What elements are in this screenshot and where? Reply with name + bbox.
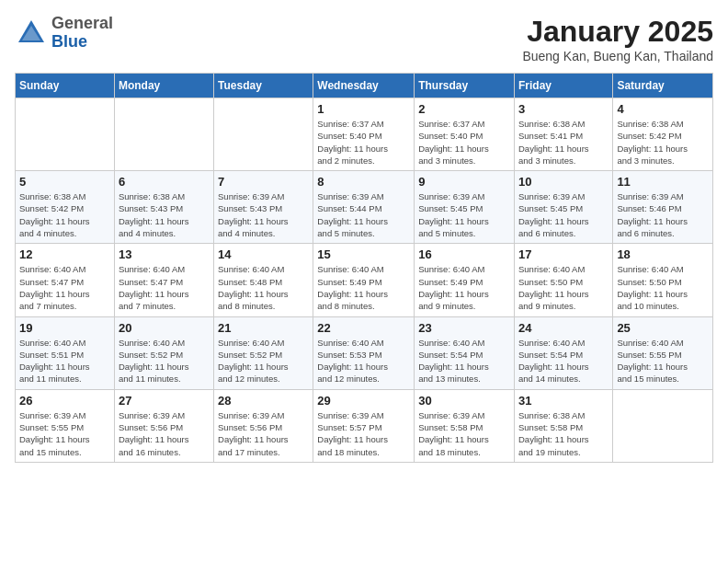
title-block: January 2025 Bueng Kan, Bueng Kan, Thail… [522,15,713,63]
week-row-4: 19Sunrise: 6:40 AMSunset: 5:51 PMDayligh… [16,316,713,389]
day-cell: 11Sunrise: 6:39 AMSunset: 5:46 PMDayligh… [613,171,713,244]
day-number: 18 [617,247,709,261]
weekday-header-monday: Monday [114,74,213,98]
day-number: 13 [119,247,210,261]
day-cell: 25Sunrise: 6:40 AMSunset: 5:55 PMDayligh… [613,316,713,389]
day-number: 4 [617,102,709,116]
day-info: Sunrise: 6:40 AMSunset: 5:54 PMDaylight:… [518,337,609,385]
day-cell: 8Sunrise: 6:39 AMSunset: 5:44 PMDaylight… [313,171,415,244]
day-cell: 6Sunrise: 6:38 AMSunset: 5:43 PMDaylight… [114,171,213,244]
day-info: Sunrise: 6:39 AMSunset: 5:57 PMDaylight:… [317,409,410,458]
logo-blue-text: Blue [51,33,113,52]
day-info: Sunrise: 6:39 AMSunset: 5:44 PMDaylight:… [317,190,410,239]
day-cell: 24Sunrise: 6:40 AMSunset: 5:54 PMDayligh… [514,316,612,389]
day-info: Sunrise: 6:40 AMSunset: 5:52 PMDaylight:… [218,337,309,385]
day-cell: 23Sunrise: 6:40 AMSunset: 5:54 PMDayligh… [415,316,515,389]
day-number: 31 [518,394,609,408]
day-info: Sunrise: 6:38 AMSunset: 5:42 PMDaylight:… [617,118,709,167]
weekday-header-friday: Friday [514,74,612,98]
day-info: Sunrise: 6:38 AMSunset: 5:41 PMDaylight:… [518,118,609,167]
day-info: Sunrise: 6:40 AMSunset: 5:49 PMDaylight:… [317,263,410,312]
day-info: Sunrise: 6:40 AMSunset: 5:47 PMDaylight:… [119,263,210,312]
day-cell: 1Sunrise: 6:37 AMSunset: 5:40 PMDaylight… [313,98,415,171]
day-number: 28 [218,394,309,408]
day-info: Sunrise: 6:40 AMSunset: 5:48 PMDaylight:… [218,263,309,312]
day-cell [114,98,213,171]
day-info: Sunrise: 6:39 AMSunset: 5:56 PMDaylight:… [119,409,210,458]
logo-icon [15,17,48,50]
day-cell [613,389,713,462]
day-number: 14 [218,247,309,261]
day-cell: 5Sunrise: 6:38 AMSunset: 5:42 PMDaylight… [16,171,115,244]
day-info: Sunrise: 6:40 AMSunset: 5:47 PMDaylight:… [19,263,110,312]
day-cell: 27Sunrise: 6:39 AMSunset: 5:56 PMDayligh… [114,389,213,462]
day-info: Sunrise: 6:39 AMSunset: 5:45 PMDaylight:… [518,190,609,239]
day-number: 27 [119,394,210,408]
weekday-header-wednesday: Wednesday [313,74,415,98]
day-number: 9 [418,175,510,189]
day-info: Sunrise: 6:40 AMSunset: 5:54 PMDaylight:… [418,337,510,385]
day-cell: 26Sunrise: 6:39 AMSunset: 5:55 PMDayligh… [16,389,115,462]
day-cell: 18Sunrise: 6:40 AMSunset: 5:50 PMDayligh… [613,244,713,316]
week-row-1: 1Sunrise: 6:37 AMSunset: 5:40 PMDaylight… [16,98,713,171]
day-number: 20 [119,321,210,335]
day-cell: 7Sunrise: 6:39 AMSunset: 5:43 PMDaylight… [214,171,313,244]
day-info: Sunrise: 6:38 AMSunset: 5:58 PMDaylight:… [518,409,609,458]
day-cell: 2Sunrise: 6:37 AMSunset: 5:40 PMDaylight… [415,98,515,171]
day-number: 19 [19,321,110,335]
day-cell: 15Sunrise: 6:40 AMSunset: 5:49 PMDayligh… [313,244,415,316]
day-info: Sunrise: 6:40 AMSunset: 5:52 PMDaylight:… [119,337,210,385]
calendar-table: SundayMondayTuesdayWednesdayThursdayFrid… [15,73,713,463]
day-cell: 28Sunrise: 6:39 AMSunset: 5:56 PMDayligh… [214,389,313,462]
day-number: 23 [418,321,510,335]
day-info: Sunrise: 6:38 AMSunset: 5:43 PMDaylight:… [119,190,210,239]
day-cell: 14Sunrise: 6:40 AMSunset: 5:48 PMDayligh… [214,244,313,316]
day-info: Sunrise: 6:38 AMSunset: 5:42 PMDaylight:… [19,190,110,239]
day-number: 12 [19,247,110,261]
day-info: Sunrise: 6:39 AMSunset: 5:55 PMDaylight:… [19,409,110,458]
day-cell: 4Sunrise: 6:38 AMSunset: 5:42 PMDaylight… [613,98,713,171]
day-number: 22 [317,321,410,335]
day-number: 1 [317,102,410,116]
weekday-header-saturday: Saturday [613,74,713,98]
day-cell: 3Sunrise: 6:38 AMSunset: 5:41 PMDaylight… [514,98,612,171]
day-cell: 21Sunrise: 6:40 AMSunset: 5:52 PMDayligh… [214,316,313,389]
location: Bueng Kan, Bueng Kan, Thailand [522,49,713,63]
logo: General Blue [15,15,113,52]
day-number: 7 [218,175,309,189]
day-number: 29 [317,394,410,408]
day-cell: 9Sunrise: 6:39 AMSunset: 5:45 PMDaylight… [415,171,515,244]
day-number: 3 [518,102,609,116]
weekday-header-tuesday: Tuesday [214,74,313,98]
day-number: 5 [19,175,110,189]
day-info: Sunrise: 6:37 AMSunset: 5:40 PMDaylight:… [317,118,410,167]
day-number: 6 [119,175,210,189]
day-number: 24 [518,321,609,335]
day-info: Sunrise: 6:40 AMSunset: 5:49 PMDaylight:… [418,263,510,312]
day-info: Sunrise: 6:39 AMSunset: 5:58 PMDaylight:… [418,409,510,458]
day-cell: 29Sunrise: 6:39 AMSunset: 5:57 PMDayligh… [313,389,415,462]
day-number: 8 [317,175,410,189]
day-cell: 31Sunrise: 6:38 AMSunset: 5:58 PMDayligh… [514,389,612,462]
day-cell [214,98,313,171]
week-row-2: 5Sunrise: 6:38 AMSunset: 5:42 PMDaylight… [16,171,713,244]
week-row-3: 12Sunrise: 6:40 AMSunset: 5:47 PMDayligh… [16,244,713,316]
day-number: 10 [518,175,609,189]
day-info: Sunrise: 6:39 AMSunset: 5:45 PMDaylight:… [418,190,510,239]
day-cell: 13Sunrise: 6:40 AMSunset: 5:47 PMDayligh… [114,244,213,316]
day-cell: 22Sunrise: 6:40 AMSunset: 5:53 PMDayligh… [313,316,415,389]
day-number: 2 [418,102,510,116]
day-cell [16,98,115,171]
weekday-header-sunday: Sunday [16,74,115,98]
month-title: January 2025 [522,15,713,49]
day-info: Sunrise: 6:40 AMSunset: 5:50 PMDaylight:… [518,263,609,312]
day-info: Sunrise: 6:39 AMSunset: 5:56 PMDaylight:… [218,409,309,458]
weekday-header-row: SundayMondayTuesdayWednesdayThursdayFrid… [16,74,713,98]
day-info: Sunrise: 6:39 AMSunset: 5:43 PMDaylight:… [218,190,309,239]
day-info: Sunrise: 6:40 AMSunset: 5:55 PMDaylight:… [617,337,709,385]
day-number: 21 [218,321,309,335]
day-cell: 17Sunrise: 6:40 AMSunset: 5:50 PMDayligh… [514,244,612,316]
day-number: 17 [518,247,609,261]
weekday-header-thursday: Thursday [415,74,515,98]
day-cell: 19Sunrise: 6:40 AMSunset: 5:51 PMDayligh… [16,316,115,389]
